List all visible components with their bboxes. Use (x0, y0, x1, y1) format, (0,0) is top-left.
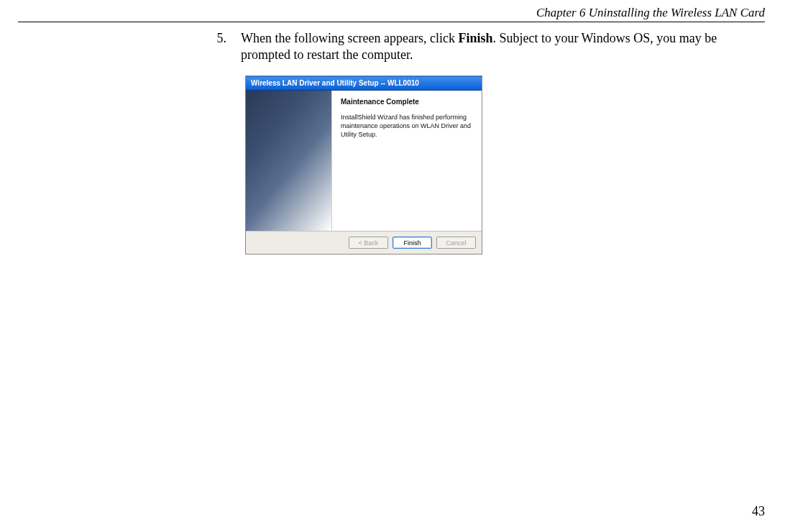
installer-dialog: Wireless LAN Driver and Utility Setup --… (245, 75, 482, 254)
dialog-main-panel: Maintenance Complete InstallShield Wizar… (332, 91, 482, 231)
instruction-text: When the following screen appears, click… (241, 30, 765, 63)
dialog-heading: Maintenance Complete (341, 98, 473, 106)
header-rule (18, 22, 765, 22)
instruction-bold-word: Finish (458, 31, 492, 45)
step-number: 5. (212, 30, 226, 63)
finish-button[interactable]: Finish (392, 237, 432, 249)
dialog-content: Maintenance Complete InstallShield Wizar… (246, 91, 482, 231)
dialog-sidebar-graphic (246, 91, 332, 231)
back-button[interactable]: < Back (349, 237, 388, 249)
dialog-footer: < Back Finish Cancel (246, 231, 482, 254)
instruction-text-prefix: When the following screen appears, click (241, 31, 458, 45)
page-number: 43 (752, 504, 765, 519)
cancel-button[interactable]: Cancel (436, 237, 476, 249)
dialog-titlebar: Wireless LAN Driver and Utility Setup --… (246, 76, 482, 91)
page-header: Chapter 6 Uninstalling the Wireless LAN … (536, 6, 765, 20)
dialog-body-text: InstallShield Wizard has finished perfor… (341, 113, 473, 139)
instruction-step: 5. When the following screen appears, cl… (212, 30, 765, 63)
